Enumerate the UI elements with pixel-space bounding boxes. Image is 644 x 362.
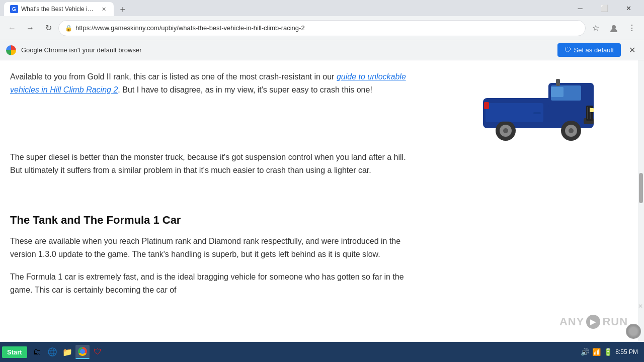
system-tray: 🔊 📶 🔋 8:55 PM xyxy=(577,348,642,356)
notification-text: Google Chrome isn't your default browser xyxy=(21,46,552,54)
taskbar-shield-icon[interactable]: 🛡 xyxy=(91,345,105,359)
paragraph-2: The super diesel is better than the mons… xyxy=(10,151,418,176)
svg-rect-18 xyxy=(486,103,543,122)
lock-icon: 🔒 xyxy=(65,25,72,32)
main-content: Available to you from Gold II rank, this… xyxy=(0,60,634,342)
profile-button[interactable] xyxy=(606,20,622,36)
anyrun-run-text: RUN xyxy=(602,315,628,328)
page-content: Available to you from Gold II rank, this… xyxy=(0,60,644,342)
battery-icon[interactable]: 🔋 xyxy=(604,348,612,356)
notification-close-button[interactable]: ✕ xyxy=(626,44,638,56)
new-tab-button[interactable]: ＋ xyxy=(116,2,130,16)
taskbar-files-icon[interactable]: 📁 xyxy=(60,345,74,359)
maximize-button[interactable]: ⬜ xyxy=(593,0,616,16)
bookmark-button[interactable]: ☆ xyxy=(588,20,604,36)
paragraph-3: These are available when you reach Plati… xyxy=(10,235,418,260)
chrome-logo xyxy=(6,45,16,55)
svg-rect-4 xyxy=(551,87,564,97)
nav-bar: ← → ↻ 🔒 https://www.gameskinny.com/upbiy… xyxy=(0,16,644,40)
tab-title: What's the Best Vehicle in Hill Climb R xyxy=(21,6,97,13)
taskbar-chrome-icon[interactable] xyxy=(75,345,90,359)
anyrun-play-icon: ▶ xyxy=(586,315,600,329)
window-controls: ─ ⬜ ✕ xyxy=(569,0,640,16)
top-section: Available to you from Gold II rank, this… xyxy=(10,70,604,141)
svg-rect-6 xyxy=(586,106,593,121)
address-bar[interactable]: 🔒 https://www.gameskinny.com/upbiy/whats… xyxy=(58,20,586,36)
tab-close-button[interactable]: ✕ xyxy=(100,5,108,13)
paragraph-3-section: These are available when you reach Plati… xyxy=(10,235,604,260)
paragraph-1-cont: . But I have to disagree, as in my view,… xyxy=(118,85,372,94)
taskbar: Start 🗂 📁 🛡 🔊 📶 🔋 8:55 PM xyxy=(0,342,644,362)
anyrun-close-button[interactable]: ✕ xyxy=(638,303,643,310)
svg-rect-19 xyxy=(484,102,489,109)
svg-point-20 xyxy=(48,348,56,356)
paragraph-4-section: The Formula 1 car is extremely fast, and… xyxy=(10,270,604,296)
paragraph-1: Available to you from Gold II rank, this… xyxy=(10,70,418,96)
tab-area: G What's the Best Vehicle in Hill Climb … xyxy=(4,0,130,16)
anyrun-text: ANY xyxy=(559,315,584,328)
paragraph-4: The Formula 1 car is extremely fast, and… xyxy=(10,270,418,296)
top-text: Available to you from Gold II rank, this… xyxy=(10,70,463,96)
back-button[interactable]: ← xyxy=(4,20,20,36)
clock: 8:55 PM xyxy=(615,348,638,355)
anyrun-overlay: ANY ▶ RUN ✕ xyxy=(543,302,644,342)
start-label: Start xyxy=(7,348,22,356)
svg-rect-9 xyxy=(556,79,560,86)
start-button[interactable]: Start xyxy=(2,346,27,358)
set-default-button[interactable]: 🛡 Set as default xyxy=(557,43,621,57)
notification-bar: Google Chrome isn't your default browser… xyxy=(0,40,644,60)
svg-point-15 xyxy=(569,128,574,133)
tab-favicon: G xyxy=(10,5,18,13)
title-bar: G What's the Best Vehicle in Hill Climb … xyxy=(0,0,644,16)
svg-point-21 xyxy=(51,348,54,356)
section-heading: The Tank and The Formula 1 Car xyxy=(10,214,604,227)
shield-icon: 🛡 xyxy=(565,46,571,54)
scrollbar[interactable] xyxy=(638,60,644,342)
refresh-button[interactable]: ↻ xyxy=(40,20,56,36)
svg-rect-16 xyxy=(590,108,594,112)
taskbar-folder-icon[interactable]: 🗂 xyxy=(30,345,44,359)
url-text: https://www.gameskinny.com/upbiy/whats-t… xyxy=(75,24,579,32)
anyrun-record-indicator xyxy=(626,324,641,339)
volume-icon[interactable]: 🔊 xyxy=(581,348,589,356)
anyrun-logo: ANY ▶ RUN xyxy=(559,315,628,329)
menu-button[interactable]: ⋮ xyxy=(624,20,640,36)
forward-button[interactable]: → xyxy=(22,20,38,36)
vehicle-image xyxy=(473,70,604,141)
close-button[interactable]: ✕ xyxy=(617,0,640,16)
network-icon[interactable]: 📶 xyxy=(592,348,601,356)
svg-point-12 xyxy=(503,128,508,133)
minimize-button[interactable]: ─ xyxy=(569,0,592,16)
active-tab[interactable]: G What's the Best Vehicle in Hill Climb … xyxy=(4,2,114,16)
set-default-label: Set as default xyxy=(574,46,614,54)
paragraph-2-section: The super diesel is better than the mons… xyxy=(10,151,604,176)
paragraph-1-text: Available to you from Gold II rank, this… xyxy=(10,72,334,81)
scrollbar-thumb[interactable] xyxy=(639,173,643,203)
taskbar-ie-icon[interactable] xyxy=(45,345,59,359)
truck-svg xyxy=(473,70,604,141)
svg-point-0 xyxy=(612,25,616,29)
